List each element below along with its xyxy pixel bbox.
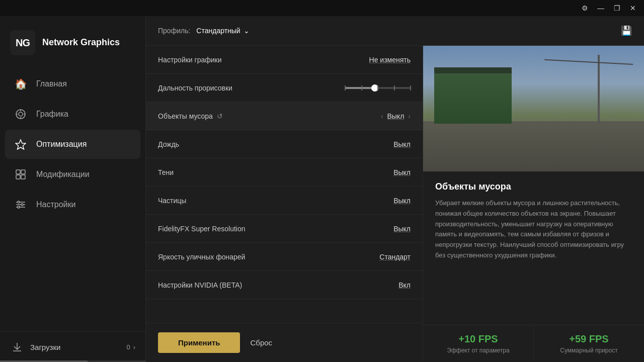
slider-track[interactable]: [345, 87, 411, 89]
slider-tick: [410, 85, 411, 90]
setting-row-street-lamps[interactable]: Яркость уличных фонарей Стандарт: [146, 243, 423, 271]
home-icon: 🏠: [13, 76, 28, 92]
downloads-section[interactable]: Загрузки 0 ›: [0, 331, 145, 362]
setting-row-graphics-settings[interactable]: Настройки графики Не изменять: [146, 46, 423, 74]
apply-button[interactable]: Применить: [158, 332, 240, 353]
setting-name: FidelityFX Super Resolution: [158, 225, 393, 233]
svg-rect-10: [21, 175, 25, 179]
nav-items: 🏠 Главная Графика: [0, 69, 145, 219]
save-button[interactable]: 💾: [621, 25, 632, 36]
info-stats: +10 FPS Эффект от параметра +59 FPS Сумм…: [423, 325, 644, 362]
setting-row-rain[interactable]: Дождь Выкл: [146, 130, 423, 158]
profile-prefix: Профиль:: [158, 27, 190, 35]
profile-name: Стандартный: [196, 27, 240, 35]
sidebar-item-label: Настройки: [36, 200, 75, 209]
svg-point-16: [18, 206, 20, 208]
minimize-button[interactable]: —: [594, 3, 608, 14]
svg-rect-9: [16, 175, 20, 179]
scene-building-roof: [434, 67, 512, 73]
profile-arrow-icon: ⌄: [244, 27, 250, 35]
scene-background: [423, 46, 644, 171]
scene-building: [434, 67, 512, 124]
setting-value-wrap: ‹ Выкл ›: [381, 112, 411, 120]
settings-button[interactable]: ⚙: [578, 3, 592, 14]
setting-value-wrap: Выкл: [393, 225, 411, 233]
reset-icon[interactable]: ↺: [217, 112, 223, 120]
sidebar-item-label: Модификации: [36, 170, 90, 179]
setting-name: Яркость уличных фонарей: [158, 253, 379, 261]
scene-wire: [545, 59, 633, 64]
setting-row-nvidia[interactable]: Настройки NVIDIA (BETA) Вкл: [146, 271, 423, 299]
prev-arrow-icon[interactable]: ‹: [381, 112, 383, 120]
setting-value-wrap: Вкл: [398, 281, 411, 289]
info-title: Объекты мусора: [435, 182, 632, 192]
setting-row-particles[interactable]: Частицы Выкл: [146, 187, 423, 215]
setting-value: Выкл: [393, 197, 411, 205]
sidebar-item-label: Оптимизация: [36, 140, 87, 149]
close-button[interactable]: ✕: [626, 3, 640, 14]
slider-tick: [394, 85, 395, 90]
sidebar-item-optimize[interactable]: Оптимизация: [5, 130, 140, 159]
setting-name: Объекты мусора ↺: [158, 112, 381, 120]
svg-point-15: [21, 204, 23, 206]
setting-name: Дождь: [158, 140, 393, 148]
download-icon: [10, 340, 24, 354]
sidebar-item-label: Главная: [36, 79, 67, 88]
downloads-label: Загрузки: [30, 343, 60, 351]
settings-panel: Профиль: Стандартный ⌄ 💾 Настройки графи…: [146, 16, 644, 362]
sidebar-item-mods[interactable]: Модификации: [5, 160, 140, 189]
action-row: Применить Сброс: [146, 323, 423, 362]
slider-tick: [345, 85, 346, 90]
reset-button[interactable]: Сброс: [250, 338, 272, 347]
scene-road: [423, 121, 644, 171]
brand-name: Network Graphics: [42, 37, 120, 48]
settings-column: Настройки графики Не изменять Дальность …: [146, 46, 423, 362]
next-arrow-icon[interactable]: ›: [408, 112, 411, 120]
setting-value-wrap: Выкл: [393, 140, 411, 148]
svg-marker-6: [16, 140, 26, 149]
sidebar-item-settings[interactable]: Настройки: [5, 190, 140, 219]
downloads-badge: 0 ›: [126, 343, 135, 351]
svg-rect-7: [16, 170, 20, 174]
profile-dropdown[interactable]: Стандартный ⌄: [196, 27, 249, 35]
settings-icon: [13, 197, 28, 212]
mods-icon: [13, 167, 28, 182]
stat-fps-total: +59 FPS Суммарный прирост: [534, 325, 644, 362]
titlebar: ⚙ — ❐ ✕: [0, 0, 644, 16]
setting-value: Не изменять: [369, 56, 411, 64]
setting-row-fidelityfx[interactable]: FidelityFX Super Resolution Выкл: [146, 215, 423, 243]
info-panel: Объекты мусора Убирает мелкие объекты му…: [423, 46, 644, 362]
svg-point-14: [18, 201, 20, 203]
setting-row-shadows[interactable]: Тени Выкл: [146, 158, 423, 187]
setting-value: Выкл: [387, 112, 404, 120]
settings-list: Настройки графики Не изменять Дальность …: [146, 46, 423, 323]
setting-row-draw-distance[interactable]: Дальность прорисовки: [146, 74, 423, 102]
setting-name: Настройки графики: [158, 56, 369, 64]
setting-row-junk-objects[interactable]: Объекты мусора ↺ ‹ Выкл ›: [146, 102, 423, 130]
stat-fps-effect: +10 FPS Эффект от параметра: [423, 325, 534, 362]
setting-value-wrap: [345, 87, 411, 89]
info-body: Объекты мусора Убирает мелкие объекты му…: [423, 171, 644, 325]
content-body: Настройки графики Не изменять Дальность …: [146, 46, 644, 362]
info-screenshot: [423, 46, 644, 171]
info-description: Убирает мелкие объекты мусора и лишнюю р…: [435, 198, 632, 261]
setting-value: Вкл: [398, 281, 411, 289]
sidebar-item-graphics[interactable]: Графика: [5, 100, 140, 129]
svg-point-1: [19, 112, 23, 116]
stat-total-label: Суммарный прирост: [560, 347, 617, 354]
stat-fps-label: Эффект от параметра: [447, 347, 509, 354]
stat-fps-value: +10 FPS: [458, 333, 498, 345]
setting-name: Настройки NVIDIA (BETA): [158, 281, 398, 289]
slider-tick: [361, 85, 362, 90]
setting-name: Дальность прорисовки: [158, 84, 345, 92]
brand: NG Network Graphics: [0, 16, 145, 69]
restore-button[interactable]: ❐: [610, 3, 624, 14]
slider-tick: [377, 85, 378, 90]
setting-name: Тени: [158, 168, 393, 176]
setting-value-wrap: Выкл: [393, 197, 411, 205]
setting-value: Выкл: [393, 140, 411, 148]
sidebar-item-home[interactable]: 🏠 Главная: [5, 69, 140, 99]
setting-name: Частицы: [158, 197, 393, 205]
stat-total-value: +59 FPS: [569, 333, 608, 345]
downloads-count: 0: [126, 343, 130, 351]
